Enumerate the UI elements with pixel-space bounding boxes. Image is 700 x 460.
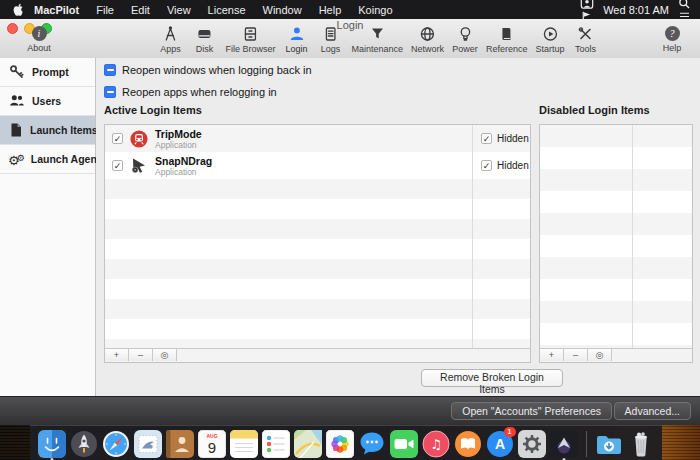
menu-item-edit[interactable]: Edit (131, 4, 150, 16)
dock-reminders-icon[interactable] (262, 427, 290, 460)
toolbar-item-power[interactable]: Power (452, 25, 478, 54)
menu-item-macpilot[interactable]: MacPilot (34, 4, 79, 16)
open-accounts-preferences-button[interactable]: Open "Accounts" Preferences (451, 402, 612, 420)
dock-appstore-icon[interactable]: A1 (486, 427, 514, 460)
remove-broken-login-items-button[interactable]: Remove Broken Login Items (421, 369, 563, 387)
dock-trash-icon[interactable] (627, 427, 655, 460)
dock-macpilot-icon[interactable] (550, 427, 578, 460)
dock-ibooks-icon[interactable] (454, 427, 482, 460)
sidebar-item-label: Launch Agents (31, 153, 106, 165)
toolbar-item-startup[interactable]: Startup (536, 25, 565, 54)
hidden-checkbox[interactable]: ✓ (481, 133, 492, 144)
sidebar-item-label: Prompt (32, 66, 69, 78)
checkbox-reopen-apps-when-relogging-in[interactable]: Reopen apps when relogging in (104, 86, 277, 98)
dock-safari-icon[interactable] (102, 427, 130, 460)
login-item-row-tripmode[interactable]: ✓TripModeApplication✓Hidden (105, 125, 530, 152)
dock-photos-icon[interactable] (326, 427, 354, 460)
window-body: PromptUsersLaunch Items⚙⚙Launch Agents R… (0, 58, 700, 396)
svg-text:A: A (494, 436, 504, 452)
snapndrag-icon (130, 157, 148, 175)
mixed-checkbox[interactable] (104, 86, 116, 98)
toolbar-items: AppsDiskFile BrowserLoginLogsMaintenance… (157, 25, 598, 54)
toolbar-item-logs[interactable]: Logs (317, 25, 343, 54)
hidden-checkbox[interactable]: ✓ (481, 160, 492, 171)
dock-mail-icon[interactable] (134, 427, 162, 460)
sidebar-item-launch-agents[interactable]: ⚙⚙Launch Agents (0, 145, 95, 174)
sidebar-item-prompt[interactable]: Prompt (0, 58, 95, 87)
disk-icon (196, 25, 212, 42)
help-button[interactable]: ? Help (646, 26, 698, 53)
network-icon (419, 25, 435, 42)
add-button[interactable]: + (105, 349, 129, 361)
toolbar-item-login[interactable]: Login (283, 25, 309, 54)
dock-calendar-icon[interactable]: AUG9 (198, 427, 226, 460)
dock-launchpad-icon[interactable] (70, 427, 98, 460)
toolbar-item-label: Network (411, 44, 444, 54)
dock-messages-icon[interactable] (358, 427, 386, 460)
empty-row (540, 125, 692, 147)
dock-downloads-icon[interactable] (595, 427, 623, 460)
toolbar-item-file-browser[interactable]: File Browser (225, 25, 275, 54)
bottom-bar: Open "Accounts" Preferences Advanced... (0, 396, 700, 425)
dock: AUG9♫A1 (30, 425, 662, 460)
menu-item-help[interactable]: Help (319, 4, 342, 16)
active-table-toolbar: +–◎ (105, 348, 530, 362)
menu-bar: MacPilotFileEditViewLicenseWindowHelpKoi… (0, 0, 700, 19)
apps-icon (162, 25, 178, 42)
checkbox-reopen-windows-when-logging-back-in[interactable]: Reopen windows when logging back in (104, 64, 312, 76)
gears-icon: ⚙⚙ (8, 150, 25, 169)
visibility-button[interactable]: ◎ (153, 349, 177, 361)
spotlight-icon[interactable] (678, 0, 691, 10)
checkbox-label: Reopen apps when relogging in (122, 86, 277, 98)
menu-item-file[interactable]: File (96, 4, 114, 16)
user-switch-icon[interactable] (580, 0, 594, 10)
toolbar-item-label: Startup (536, 44, 565, 54)
checkbox-label: Reopen windows when logging back in (122, 64, 312, 76)
hidden-cell: ✓Hidden (472, 152, 530, 179)
users-icon (8, 93, 26, 109)
menu-bar-clock[interactable]: Wed 8:01 AM (603, 4, 669, 16)
menu-item-view[interactable]: View (167, 4, 191, 16)
menu-item-license[interactable]: License (208, 4, 246, 16)
dock-itunes-icon[interactable]: ♫ (422, 427, 450, 460)
empty-row (540, 235, 692, 257)
empty-row (540, 169, 692, 191)
add-button[interactable]: + (540, 349, 564, 361)
toolbar-item-apps[interactable]: Apps (157, 25, 183, 54)
toolbar-item-label: Disk (196, 44, 214, 54)
about-button[interactable]: i About (13, 26, 65, 53)
toolbar-item-disk[interactable]: Disk (191, 25, 217, 54)
app-store-badge: 1 (504, 427, 516, 437)
enabled-checkbox[interactable]: ✓ (112, 133, 123, 144)
power-icon (457, 25, 473, 42)
menu-item-window[interactable]: Window (263, 4, 302, 16)
remove-button[interactable]: – (129, 349, 153, 361)
login-item-row-snapndrag[interactable]: ✓SnapNDragApplication✓Hidden (105, 152, 530, 179)
toolbar-item-network[interactable]: Network (411, 25, 444, 54)
mixed-checkbox[interactable] (104, 64, 116, 76)
dock-sysprefs-icon[interactable] (518, 427, 546, 460)
toolbar-item-tools[interactable]: Tools (573, 25, 599, 54)
dock-notes-icon[interactable] (230, 427, 258, 460)
desktop-wallpaper: AUG9♫A1 (0, 425, 700, 460)
active-login-items-title: Active Login Items (104, 104, 202, 116)
hidden-cell: ✓Hidden (472, 125, 530, 152)
menu-item-koingo[interactable]: Koingo (358, 4, 392, 16)
dock-finder-icon[interactable] (38, 427, 66, 460)
sidebar-item-launch-items[interactable]: Launch Items (0, 116, 95, 145)
remove-button[interactable]: – (564, 349, 588, 361)
advanced-button[interactable]: Advanced... (614, 402, 691, 420)
dock-facetime-icon[interactable] (390, 427, 418, 460)
empty-row (105, 299, 530, 319)
toolbar-item-label: File Browser (225, 44, 275, 54)
toolbar-item-maintenance[interactable]: Maintenance (351, 25, 403, 54)
apple-menu-icon[interactable] (12, 3, 24, 17)
toolbar-item-label: Tools (575, 44, 596, 54)
visibility-button[interactable]: ◎ (588, 349, 612, 361)
key-icon (8, 64, 26, 80)
enabled-checkbox[interactable]: ✓ (112, 160, 123, 171)
dock-contacts-icon[interactable] (166, 427, 194, 460)
sidebar-item-users[interactable]: Users (0, 87, 95, 116)
toolbar-item-reference[interactable]: Reference (486, 25, 528, 54)
dock-maps-icon[interactable] (294, 427, 322, 460)
